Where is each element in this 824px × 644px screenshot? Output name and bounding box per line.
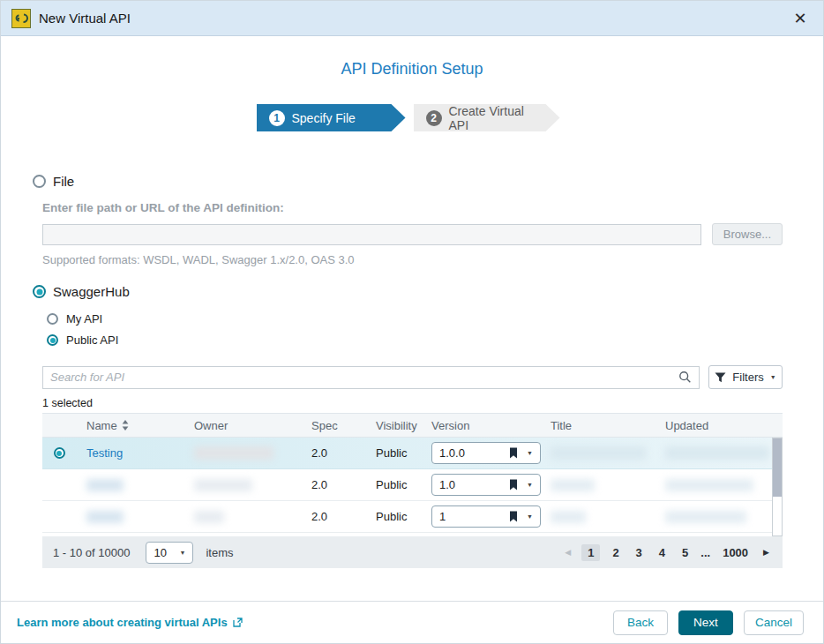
redacted-owner	[194, 446, 273, 460]
external-link-icon	[233, 618, 243, 627]
supported-formats-hint: Supported formats: WSDL, WADL, Swagger 1…	[42, 253, 783, 266]
redacted-name	[86, 511, 124, 523]
table-scrollbar-thumb[interactable]	[773, 438, 782, 497]
swaggerhub-radio-label: SwaggerHub	[53, 284, 130, 299]
search-input[interactable]	[50, 371, 678, 384]
header-version[interactable]: Version	[424, 419, 543, 432]
dialog-title: New Virtual API	[39, 11, 131, 26]
page-button-last[interactable]: 1000	[718, 544, 753, 561]
prev-page-icon[interactable]: ◀	[562, 548, 573, 557]
file-path-input[interactable]	[42, 224, 701, 245]
table-row[interactable]	[42, 533, 772, 536]
version-value: 1.0	[439, 478, 455, 491]
public-api-radio[interactable]	[47, 334, 58, 346]
table-header-row: Name Owner Spec Visibility Version Title…	[42, 414, 783, 438]
page-button-2[interactable]: 2	[608, 544, 623, 561]
page-button-4[interactable]: 4	[655, 544, 670, 561]
cancel-button[interactable]: Cancel	[744, 610, 804, 635]
redacted-title	[551, 511, 586, 523]
redacted-owner	[194, 511, 224, 523]
table-row[interactable]: 2.0 Public 1 ▼	[42, 501, 772, 533]
version-caret-icon: ▼	[527, 482, 533, 488]
page-size-dropdown[interactable]: 10 ▼	[146, 542, 193, 564]
my-api-label: My API	[66, 312, 102, 326]
version-value: 1.0.0	[439, 446, 465, 460]
bookmark-icon	[509, 447, 518, 459]
next-button[interactable]: Next	[678, 610, 733, 635]
dialog-titlebar: New Virtual API ✕	[1, 1, 823, 36]
filters-caret-icon: ▼	[770, 374, 776, 380]
public-api-label: Public API	[66, 333, 118, 347]
version-dropdown[interactable]: 1.0 ▼	[431, 474, 541, 496]
table-row[interactable]: Testing 2.0 Public 1.0.0 ▼	[42, 438, 772, 469]
version-dropdown[interactable]: 1 ▼	[431, 505, 541, 528]
header-visibility[interactable]: Visibility	[363, 419, 424, 432]
header-title[interactable]: Title	[543, 419, 658, 432]
redacted-title	[551, 479, 595, 491]
filter-funnel-icon	[715, 372, 726, 383]
readyapi-virt-app-icon	[11, 9, 31, 28]
pagination-range: 1 - 10 of 10000	[53, 546, 130, 559]
api-table: Name Owner Spec Visibility Version Title…	[42, 413, 783, 536]
step-1-number: 1	[269, 110, 285, 126]
version-dropdown[interactable]: 1.0.0 ▼	[431, 442, 541, 464]
pagination-bar: 1 - 10 of 10000 10 ▼ items ◀ 1 2 3 4 5 .…	[42, 536, 783, 568]
bookmark-icon	[509, 479, 518, 490]
swaggerhub-section: SwaggerHub My API Public API	[33, 284, 783, 347]
filters-button[interactable]: Filters ▼	[708, 365, 783, 389]
header-spec[interactable]: Spec	[292, 419, 363, 432]
version-caret-icon: ▼	[527, 513, 533, 520]
page-button-3[interactable]: 3	[632, 544, 647, 561]
search-icon[interactable]	[678, 371, 692, 384]
pager: ◀ 1 2 3 4 5 ... 1000 ▶	[562, 544, 772, 561]
search-box	[42, 366, 700, 389]
redacted-name	[86, 479, 124, 491]
step-2-number: 2	[426, 110, 442, 126]
redacted-title	[551, 446, 646, 460]
row-select-radio[interactable]	[54, 447, 65, 459]
redacted-updated	[665, 511, 746, 523]
dialog-footer: Learn more about creating virtual APIs B…	[1, 601, 823, 643]
api-name-link[interactable]: Testing	[86, 446, 123, 460]
step-2-label: Create Virtual API	[449, 104, 537, 132]
version-value: 1	[439, 510, 446, 523]
step-1-label: Specify File	[292, 111, 356, 125]
header-owner[interactable]: Owner	[175, 419, 292, 432]
file-path-prompt: Enter file path or URL of the API defini…	[42, 201, 783, 214]
file-radio-label: File	[53, 174, 74, 189]
page-button-1[interactable]: 1	[581, 544, 600, 561]
search-row: Filters ▼	[42, 365, 783, 389]
bookmark-icon	[509, 511, 518, 522]
close-icon[interactable]: ✕	[788, 6, 813, 31]
footer-buttons: Back Next Cancel	[613, 610, 804, 635]
redacted-updated	[665, 446, 769, 460]
page-size-caret-icon: ▼	[180, 550, 186, 556]
version-caret-icon: ▼	[527, 450, 533, 456]
back-button[interactable]: Back	[613, 610, 668, 635]
table-scrollbar[interactable]	[772, 438, 783, 536]
page-ellipsis: ...	[700, 546, 710, 559]
browse-button[interactable]: Browse...	[712, 223, 783, 245]
file-radio[interactable]	[33, 175, 46, 188]
step-specify-file[interactable]: 1 Specify File	[257, 104, 406, 131]
next-page-icon[interactable]: ▶	[760, 548, 772, 557]
filters-label: Filters	[732, 371, 763, 384]
page-title: API Definition Setup	[1, 60, 823, 79]
my-api-radio[interactable]	[47, 313, 58, 325]
table-row[interactable]: 2.0 Public 1.0 ▼	[42, 469, 772, 501]
learn-more-link[interactable]: Learn more about creating virtual APIs	[17, 616, 243, 629]
step-create-virtual-api[interactable]: 2 Create Virtual API	[414, 104, 560, 131]
header-updated[interactable]: Updated	[658, 419, 783, 432]
redacted-owner	[194, 479, 252, 491]
sort-icon[interactable]	[122, 420, 129, 431]
items-label: items	[206, 546, 233, 559]
header-name[interactable]: Name	[76, 419, 175, 432]
swaggerhub-radio[interactable]	[33, 285, 46, 298]
wizard-steps: 1 Specify File 2 Create Virtual API	[1, 104, 823, 131]
file-section: File Enter file path or URL of the API d…	[33, 174, 783, 266]
page-size-value: 10	[154, 546, 166, 559]
page-button-5[interactable]: 5	[678, 544, 693, 561]
redacted-updated	[665, 479, 753, 491]
selected-count: 1 selected	[42, 397, 823, 409]
